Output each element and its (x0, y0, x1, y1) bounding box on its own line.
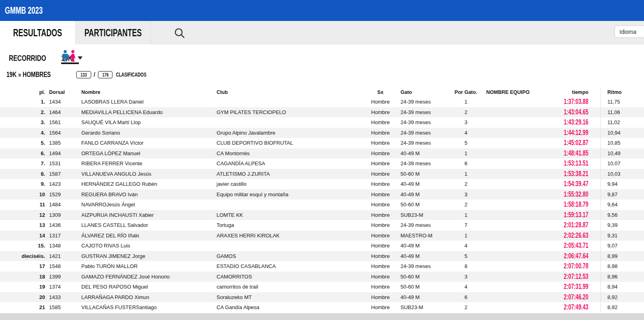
table-row[interactable]: 15.1348CAJOTO RIVAS LuisHombre40-49 M42:… (0, 241, 644, 251)
column-header-nombre[interactable]: Nombre (81, 89, 217, 95)
cell-club: CLUB DEPORTIVO BIOFRUTAL (217, 140, 364, 146)
table-row[interactable]: 7.1531RIBERA FERRER VicenteCAGANDÍA ALPE… (0, 158, 644, 169)
cell-dorsal: 1434 (45, 99, 81, 105)
finish-time-value: 1:44:12.99 (564, 129, 588, 137)
cell-dorsal: 1433 (45, 294, 81, 300)
finish-time-value: 1:48:41.85 (564, 149, 588, 158)
tab-resultados[interactable]: RESULTADOS (0, 21, 75, 45)
cell-gato: 50-60 M (396, 202, 453, 208)
table-row[interactable]: 6.1494ORTEGA LÓPEZ ManuelCA MontornèsHom… (0, 148, 644, 159)
table-row[interactable]: 121309AIZPURUA INCHAUSTI XabierLOMTE KKH… (0, 210, 644, 220)
cell-porgato: 5 (453, 253, 479, 259)
column-header-dorsal[interactable]: Dorsal (45, 89, 81, 95)
cell-club: CAGANDÍA ALPESA (217, 160, 364, 166)
cell-pl: 17 (0, 263, 45, 269)
table-row[interactable]: 131436LLANES CASTELL SalvadorTortugaHomb… (0, 220, 644, 231)
table-row[interactable]: 201433LARRAÑAGA PARDO XimunSoraluzeko MT… (0, 292, 644, 303)
cell-tiempo: 1:45:02.87 (551, 139, 601, 147)
finish-time-value: 1:43:04.65 (564, 108, 588, 116)
next-row-partial (0, 313, 644, 320)
table-row[interactable]: 211585VILLACAÑAS FUSTERSantiagoCA Gandía… (0, 302, 644, 313)
cell-porgato: 5 (453, 140, 479, 146)
cell-nombre: LLANES CASTELL Salvador (81, 222, 217, 228)
table-row[interactable]: 4.1564Gerardo SorianoGrupo Alpino Javala… (0, 128, 644, 138)
cell-gato: 24-39 meses (396, 130, 453, 136)
app-window: GMMB 2023 RESULTADOS PARTICIPANTES Idiom… (0, 0, 644, 320)
app-title: GMMB 2023 (5, 5, 43, 16)
table-row[interactable]: 191374DEL PESO RAPOSO Miguelcamorritos d… (0, 282, 644, 292)
cell-gato: 50-60 M (396, 171, 453, 177)
search-button[interactable] (172, 26, 187, 40)
cell-pl: dieciséis. (0, 253, 45, 259)
table-row[interactable]: 101529REGUERA BRAVO IvánEquipo militar e… (0, 189, 644, 200)
table-row[interactable]: dieciséis.1421GUSTRAN JIMENEZ JorgeGAMOS… (0, 251, 644, 262)
table-row[interactable]: 1.1434LASOBRAS LLERA DanielHombre24-39 m… (0, 97, 644, 107)
cell-ritmo: 8,92 (601, 292, 644, 303)
tab-participantes[interactable]: PARTICIPANTES (75, 21, 151, 44)
table-row[interactable]: 9.1423HERNÁNDEZ GALLEGO Rubénjavier cast… (0, 179, 644, 189)
finish-time-value: 2:05:43.71 (564, 241, 588, 250)
cell-sx: Hombre (364, 181, 396, 187)
cell-dorsal: 1436 (45, 222, 81, 228)
cell-gato: MAESTRO-M (396, 233, 453, 239)
finish-time-value: 1:53:38.21 (564, 170, 588, 178)
gender-filter-toggle[interactable] (61, 50, 79, 64)
finish-time-value: 1:55:32.80 (564, 190, 588, 199)
cell-porgato: 1 (453, 233, 479, 239)
cell-porgato: 4 (453, 284, 479, 290)
column-header-tiempo[interactable]: tiempo (551, 89, 601, 95)
cell-gato: 40-49 M (396, 181, 453, 187)
table-row[interactable]: 2.1464MEDIAVILLA PELLICENA EduardoGYM PI… (0, 107, 644, 118)
cell-tiempo: 1:58:18.79 (551, 200, 601, 209)
cell-pl: 21 (0, 304, 45, 310)
cell-porgato: 2 (453, 181, 479, 187)
cell-tiempo: 2:02:26.63 (551, 231, 601, 240)
cell-sx: Hombre (364, 150, 396, 156)
tab-bar: RESULTADOS PARTICIPANTES Idioma (0, 21, 644, 44)
cell-tiempo: 2:07:46.20 (551, 293, 601, 301)
cell-ritmo: 8,98 (601, 261, 644, 272)
cell-porgato: 4 (453, 243, 479, 249)
cell-sx: Hombre (364, 284, 396, 290)
cell-tiempo: 1:55:32.80 (551, 190, 601, 199)
column-header-sx[interactable]: Sx (364, 89, 396, 95)
column-header-ritmo[interactable]: Ritmo (601, 88, 644, 97)
cell-dorsal: 1464 (45, 109, 81, 115)
cell-sx: Hombre (364, 160, 396, 166)
section-course: 19K » HOMBRES (6, 70, 51, 79)
cell-club: ESTADIO CASABLANCA (217, 263, 364, 269)
column-header-gato[interactable]: Gato (396, 89, 453, 95)
cell-pl: 7. (0, 160, 45, 166)
cell-nombre: AIZPURUA INCHAUSTI Xabier (81, 212, 217, 218)
table-row[interactable]: 171548Pablo TURÓN MALLORESTADIO CASABLAN… (0, 261, 644, 272)
table-row[interactable]: 181399GAMAZO FERNÁNDEZ José HonorioCAMOR… (0, 272, 644, 282)
cell-dorsal: 1309 (45, 212, 81, 218)
column-header-porgato[interactable]: Por Gato. (453, 89, 479, 95)
results-section-header: 19K » HOMBRES 133 / 176 CLASIFICADOS (6, 70, 158, 79)
cell-club: Equipo militar esquí y montaña (217, 191, 364, 197)
table-row[interactable]: 5.1385FANLO CARRANZA VíctorCLUB DEPORTIV… (0, 138, 644, 148)
table-row[interactable]: 111484NAVARROJesús ÁngelHombre50-60 M21:… (0, 199, 644, 210)
table-row[interactable]: 3.1561SAUQUÉ VILA Martí LlopHombre24-39 … (0, 117, 644, 128)
cell-club: Grupo Alpino Javalambre (217, 130, 364, 136)
cell-sx: Hombre (364, 109, 396, 115)
cell-nombre: LASOBRAS LLERA Daniel (81, 99, 217, 105)
cell-sx: Hombre (364, 274, 396, 280)
cell-tiempo: 1:43:04.65 (551, 108, 601, 116)
language-button[interactable]: Idioma (615, 25, 644, 38)
cell-nombre: FANLO CARRANZA Víctor (81, 140, 217, 146)
finish-time-value: 2:01:28.87 (564, 221, 588, 229)
table-row[interactable]: 8.1587VILLANUEVA ANGULO JesúsATLETISMO J… (0, 169, 644, 179)
column-header-club[interactable]: Club (217, 89, 364, 95)
cell-nombre: VILLACAÑAS FUSTERSantiago (81, 304, 217, 310)
table-row[interactable]: 141317ÁLVAREZ DEL RÍO IñakiARAXES HERRI … (0, 231, 644, 241)
cell-ritmo: 9,94 (601, 179, 644, 189)
cell-pl: 19 (0, 284, 45, 290)
cell-club: LOMTE KK (217, 212, 364, 218)
column-header-pl[interactable]: pl. (0, 89, 45, 95)
total-count-box: 176 (98, 71, 113, 79)
cell-gato: 24-39 meses (396, 140, 453, 146)
cell-club: javier castillo (217, 181, 364, 187)
column-header-equipo[interactable]: NOMBRE EQUIPO (479, 89, 551, 95)
cell-club: Soraluzeko MT (217, 294, 364, 300)
